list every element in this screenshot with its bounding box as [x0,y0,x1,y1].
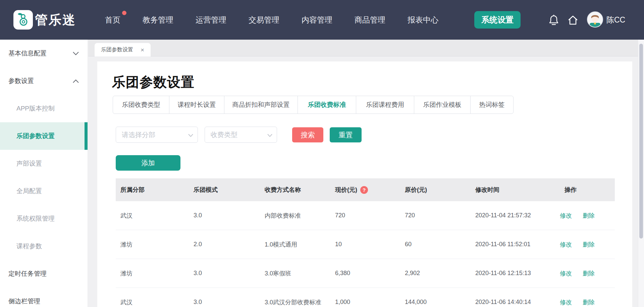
search-button[interactable]: 搜索 [292,127,323,142]
cell-branch: 武汉 [116,212,189,220]
chevron-down-icon [267,131,272,139]
cell-actions: 修改 删除 [555,240,615,249]
edit-link[interactable]: 修改 [560,269,572,277]
delete-link[interactable]: 删除 [583,240,595,249]
col-header-fee-name: 收费方式名称 [260,186,330,194]
main-content: 乐团参数设置 × 乐团参数设置 乐团收费类型 课程时长设置 商品折扣和声部设置 … [88,40,638,307]
top-navbar: 管乐迷 首页 教务管理 运营管理 交易管理 内容管理 商品管理 报表中心 系统设… [0,0,644,40]
cell-fee-name: 3.0寒假班 [260,269,330,277]
edit-link[interactable]: 修改 [560,240,572,249]
table-row: 武汉 3.0 3.0武汉分部收费标准 1,000 144,000 2020-11… [116,288,615,307]
cell-band-mode: 2.0 [189,241,260,248]
cell-modified-time: 2020-11-04 21:57:32 [471,212,555,219]
sidebar-item-sidebar-management[interactable]: 侧边栏管理 [0,288,88,307]
cell-band-mode: 3.0 [189,270,260,277]
nav-item-academic[interactable]: 教务管理 [143,15,173,25]
cell-branch: 武汉 [116,298,189,306]
fee-type-select[interactable]: 收费类型 [205,127,277,143]
cell-fee-name: 1.0模式通用 [260,240,330,249]
app-screen: 管乐迷 首页 教务管理 运营管理 交易管理 内容管理 商品管理 报表中心 系统设… [0,0,644,307]
cell-original-price: 720 [400,212,471,219]
scrollbar-thumb[interactable] [639,44,643,238]
tab-band-course-fee[interactable]: 乐团课程费用 [356,96,414,114]
cell-current-price: 1,000 [330,299,400,306]
col-header-original-price: 原价(元) [400,186,471,194]
home-icon[interactable] [568,15,578,27]
tab-band-fee-type[interactable]: 乐团收费类型 [113,96,169,114]
app-logo[interactable] [13,10,33,30]
sidebar-item-app-version-control[interactable]: APP版本控制 [0,95,88,122]
open-tab-band-parameter-settings[interactable]: 乐团参数设置 × [95,43,151,56]
cell-current-price: 720 [330,212,400,219]
col-header-branch: 所属分部 [116,186,189,194]
sidebar-item-parameter-settings[interactable]: 参数设置 [0,67,88,95]
add-button[interactable]: 添加 [116,155,180,171]
delete-link[interactable]: 删除 [583,298,595,306]
cell-current-price: 6,380 [330,270,400,277]
cell-original-price: 2,902 [400,270,471,277]
tab-band-homework-template[interactable]: 乐团作业模板 [414,96,471,114]
nav-item-reports[interactable]: 报表中心 [408,15,438,25]
cell-actions: 修改 删除 [555,298,615,306]
sidebar-item-basic-info-config[interactable]: 基本信息配置 [0,40,88,67]
sidebar-item-system-permissions[interactable]: 系统权限管理 [0,205,88,232]
cell-band-mode: 3.0 [189,299,260,306]
sidebar-item-course-parameters[interactable]: 课程参数 [0,232,88,260]
sidebar-item-voice-part-settings[interactable]: 声部设置 [0,150,88,177]
brand-name[interactable]: 管乐迷 [35,0,76,40]
wind-instrument-logo-icon [17,12,30,28]
cell-band-mode: 3.0 [189,212,260,219]
chevron-down-icon [73,50,79,57]
tab-product-discount-voice[interactable]: 商品折扣和声部设置 [224,96,298,114]
col-header-actions: 操作 [555,186,615,194]
page-title: 乐团参数设置 [112,73,195,91]
nav-item-content[interactable]: 内容管理 [302,15,332,25]
table-row: 武汉 3.0 内部收费标准 720 720 2020-11-04 21:57:3… [116,201,615,230]
nav-item-products[interactable]: 商品管理 [355,15,385,25]
close-icon[interactable]: × [141,47,144,53]
nav-item-transactions[interactable]: 交易管理 [249,15,279,25]
cell-modified-time: 2020-11-06 12:15:13 [471,270,555,277]
content-card: 乐团参数设置 乐团收费类型 课程时长设置 商品折扣和声部设置 乐团收费标准 乐团… [97,61,632,307]
cell-original-price: 144,000 [400,299,471,306]
reset-button[interactable]: 重置 [330,127,362,142]
table-row: 潍坊 2.0 1.0模式通用 10 60 2020-11-06 11:52:01… [116,230,615,259]
tab-hot-word-tags[interactable]: 热词标签 [471,96,513,114]
edit-link[interactable]: 修改 [560,298,572,306]
delete-link[interactable]: 删除 [583,212,595,220]
edit-link[interactable]: 修改 [560,212,572,220]
col-header-modified-time: 修改时间 [471,186,555,194]
cell-original-price: 60 [400,241,471,248]
sidebar-item-band-parameter-settings[interactable]: 乐团参数设置 [0,122,88,150]
user-avatar[interactable] [587,11,603,28]
cell-branch: 潍坊 [116,240,189,249]
section-tabs: 乐团收费类型 课程时长设置 商品折扣和声部设置 乐团收费标准 乐团课程费用 乐团… [113,96,514,114]
nav-item-home[interactable]: 首页 [105,15,120,25]
fee-type-select-placeholder: 收费类型 [211,130,237,139]
bell-icon[interactable] [549,14,559,27]
sidebar: 基本信息配置 参数设置 APP版本控制 乐团参数设置 声部设置 全局配置 系统权… [0,40,88,307]
nav-item-operations[interactable]: 运营管理 [196,15,226,25]
fee-standard-table: 所属分部 乐团模式 收费方式名称 现价(元) ? 原价(元) 修改时间 操作 武… [116,178,615,307]
cell-modified-time: 2020-11-06 11:52:01 [471,241,555,248]
sidebar-item-scheduled-tasks[interactable]: 定时任务管理 [0,260,88,288]
cell-actions: 修改 删除 [555,269,615,277]
nav-item-system-settings-active[interactable]: 系统设置 [474,11,521,29]
tab-course-duration[interactable]: 课程时长设置 [169,96,224,114]
delete-link[interactable]: 删除 [583,269,595,277]
table-row: 潍坊 3.0 3.0寒假班 6,380 2,902 2020-11-06 12:… [116,259,615,288]
user-name[interactable]: 陈CC [606,0,625,40]
branch-select-placeholder: 请选择分部 [122,130,155,139]
scrollbar-track[interactable] [638,40,644,307]
help-icon[interactable]: ? [360,186,368,194]
open-tab-label: 乐团参数设置 [101,46,133,53]
chevron-up-icon [73,77,79,85]
table-header-row: 所属分部 乐团模式 收费方式名称 现价(元) ? 原价(元) 修改时间 操作 [116,178,615,201]
sidebar-item-global-config[interactable]: 全局配置 [0,177,88,205]
cell-actions: 修改 删除 [555,212,615,220]
branch-select[interactable]: 请选择分部 [116,127,198,143]
tab-band-fee-standard[interactable]: 乐团收费标准 [298,96,356,114]
col-header-band-mode: 乐团模式 [189,186,260,194]
cell-current-price: 10 [330,241,400,248]
cell-modified-time: 2020-11-06 14:40:14 [471,299,555,306]
